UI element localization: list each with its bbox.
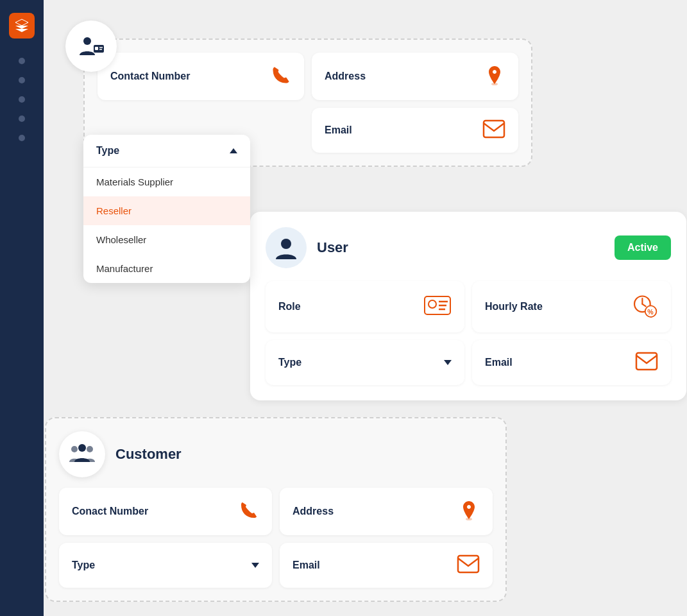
svg-point-5 [491,83,498,85]
svg-point-0 [83,37,91,45]
customer-location-icon [458,499,480,524]
location-icon [484,64,505,89]
svg-point-20 [71,446,78,452]
sidebar-dot-5 [19,135,25,141]
customer-contact-label: Conact Number [72,506,148,517]
user-person-icon [273,235,299,261]
customer-address-field[interactable]: Address [280,488,493,535]
customer-address-label: Address [293,506,334,517]
user-email-icon [635,352,658,373]
clock-percent-icon: % [630,293,658,321]
dropdown-item-reseller[interactable]: Reseller [83,196,250,225]
supplier-email-label: Email [325,124,352,136]
svg-text:%: % [647,308,654,316]
customer-title: Customer [115,446,182,463]
user-type-field[interactable]: Type [266,340,464,385]
sidebar-dot-1 [19,58,25,64]
user-card-header: User Active [266,227,671,268]
supplier-email-field[interactable]: Email [312,108,518,153]
user-email-field[interactable]: Email [472,340,671,385]
dropdown-header: Type [83,135,250,167]
customer-header: Customer [59,431,493,477]
sidebar-dot-4 [19,116,25,122]
sidebar-logo[interactable] [9,13,35,38]
phone-icon [271,65,291,88]
customer-email-field[interactable]: Email [280,543,493,588]
svg-rect-6 [484,121,504,137]
customer-group-icon [68,440,96,468]
customer-contact-field[interactable]: Conact Number [59,488,272,535]
svg-point-9 [428,300,436,308]
dropdown-type-label: Type [96,145,119,157]
svg-rect-2 [95,47,98,50]
id-card-icon [423,295,452,318]
svg-point-22 [466,518,472,520]
user-type-label: Type [278,357,301,368]
user-type-chevron-down-icon [444,360,452,365]
chevron-up-icon [230,148,237,153]
active-badge: Active [615,235,671,260]
sidebar-dot-2 [19,77,25,83]
user-avatar [266,227,307,268]
customer-field-grid: Conact Number Address T [59,488,493,588]
customer-type-label: Type [72,560,95,571]
svg-point-21 [87,446,93,452]
user-email-label: Email [485,357,513,368]
address-field[interactable]: Address [312,53,518,100]
address-label: Address [325,71,366,82]
main-container: Contact Number Address [0,0,687,616]
contact-number-label: Contact Number [110,71,190,82]
svg-line-15 [642,304,645,307]
role-label: Role [278,301,301,312]
sidebar-dot-3 [19,96,25,103]
hourly-rate-field[interactable]: Hourly Rate % [472,281,671,332]
dropdown-item-wholeseller[interactable]: Wholeseller [83,225,250,254]
contact-number-field[interactable]: Contact Number [98,53,304,100]
user-title: User [317,239,615,256]
supplier-user-icon [77,32,105,60]
dropdown-item-manufacturer[interactable]: Manufacturer [83,254,250,283]
svg-rect-23 [458,556,479,572]
supplier-avatar [65,21,117,72]
customer-email-icon [457,554,480,576]
customer-email-label: Email [293,560,320,571]
user-fields-grid: Role Hourly Rate [266,281,671,385]
customer-phone-icon [239,500,259,523]
svg-rect-18 [636,353,657,370]
customer-card: Customer Conact Number Address [45,417,507,602]
sidebar [0,0,44,616]
role-field[interactable]: Role [266,281,464,332]
box-icon [14,18,30,33]
customer-type-chevron-down-icon [251,563,259,568]
user-card: User Active Role Hourly Rat [250,212,686,400]
customer-avatar [59,431,105,477]
type-dropdown[interactable]: Type Materials Supplier Reseller Wholese… [83,135,250,283]
dropdown-item-materials[interactable]: Materials Supplier [83,167,250,196]
email-icon [482,119,505,141]
hourly-rate-label: Hourly Rate [485,301,543,312]
customer-type-field[interactable]: Type [59,543,272,588]
svg-point-19 [78,444,86,452]
svg-point-7 [281,239,291,249]
